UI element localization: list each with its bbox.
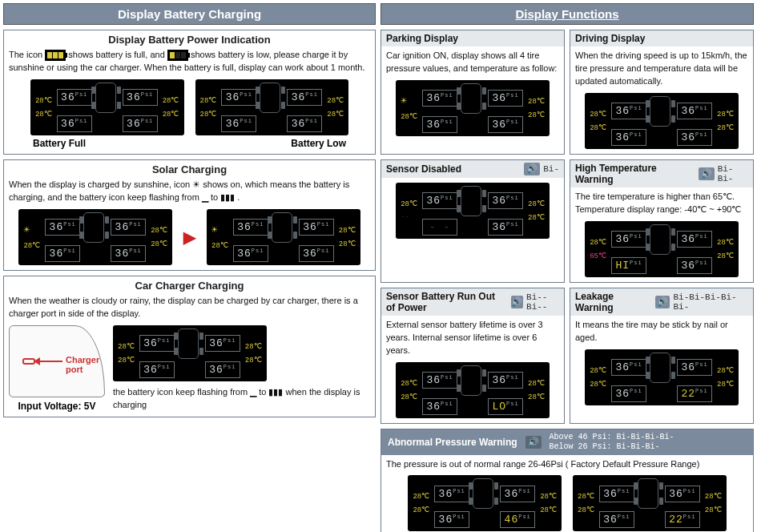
abnormal-panel: Abnormal Pressure Warning 🔊 Above 46 Psi… [381, 429, 754, 533]
lcd-battery-full: 28℃28℃ 36Psi 36Psi 36Psi 36Psi 28℃28℃ [30, 79, 184, 135]
left-header: Display Battery Charging [3, 3, 376, 25]
lcd-parking: ☀28℃ 36Psi36Psi 36Psi36Psi 28℃28℃ [396, 80, 550, 136]
lcd-charger: 28℃28℃ 36Psi 36Psi 36Psi 36Psi 28℃28℃ [113, 325, 267, 381]
sun-icon: ☀ [23, 224, 40, 236]
high-temp-desc: The tire temperature is higher than 65℃.… [575, 191, 748, 216]
charger-flash-note: the battery icon keep flashing from ▁ to… [113, 386, 370, 412]
parking-panel: Parking Display Car ignition ON, display… [381, 30, 565, 155]
sensor-batt-title: Sensor Battery Run Out of Power [386, 291, 506, 313]
lcd-sensor-disabled: 28℃-- 36Psi36Psi - -36Psi 28℃28℃ [396, 183, 550, 239]
lcd-driving: 28℃28℃ 36Psi36Psi 36Psi36Psi 28℃28℃ [585, 93, 739, 149]
driving-title: Driving Display [575, 33, 645, 44]
abnormal-sound: Above 46 Psi: Bi-Bi-Bi-Bi- Below 26 Psi:… [550, 433, 674, 452]
abnormal-title: Abnormal Pressure Warning [388, 437, 517, 448]
solar-panel: Solar Charging When the display is charg… [3, 159, 376, 271]
battery-low-icon [167, 50, 188, 61]
charger-port-label: Charger port [66, 355, 104, 374]
solar-desc: When the display is charged by sunshine,… [9, 179, 370, 204]
lcd-solar-2: ☀28℃ 36Psi 36Psi 36Psi 36Psi 28℃28℃ [207, 209, 360, 265]
charger-title: Car Charger Charging [9, 280, 370, 292]
sensor-batt-desc: External sensor battery lifetime is over… [386, 319, 559, 357]
lcd-leakage: 28℃28℃ 36Psi36Psi 36Psi22Psi 28℃28℃ [585, 349, 739, 405]
caption-low: Battery Low [291, 138, 346, 149]
abnormal-desc: The pressure is out of normal range 26-4… [386, 458, 748, 471]
arrow-right-icon: ▶ [183, 228, 195, 247]
caption-full: Battery Full [33, 138, 86, 149]
driving-desc: When the driving speed is up to 15km/h, … [575, 50, 748, 88]
leakage-panel: Leakage Warning 🔊Bi-Bi-Bi-Bi-Bi- It mean… [570, 288, 754, 424]
speaker-icon: 🔊 [511, 296, 524, 308]
battery-title: Display Battery Power Indication [9, 34, 370, 46]
lcd-battery-low: 28℃28℃ 36Psi 36Psi 36Psi 36Psi 28℃28℃ [195, 79, 349, 135]
sensor-disabled-panel: Sensor Disabled 🔊Bi- 28℃-- 36Psi36Psi - … [381, 159, 565, 283]
charger-panel: Car Charger Charging When the weather is… [3, 276, 376, 417]
speaker-icon: 🔊 [525, 436, 542, 449]
leakage-desc: It means the tire may be stick by nail o… [575, 319, 748, 345]
lcd-abnormal-high: 28℃28℃ 36Psi36Psi 36Psi46Psi 28℃28℃ [408, 475, 562, 531]
parking-title: Parking Display [386, 33, 458, 44]
sensor-batt-panel: Sensor Battery Run Out of Power 🔊Bi--Bi-… [381, 288, 565, 424]
high-temp-panel: High Temperature Warning 🔊Bi-Bi- The tir… [570, 159, 754, 283]
battery-panel: Display Battery Power Indication The ico… [3, 30, 376, 155]
right-header: Display Functions [381, 3, 754, 25]
driving-panel: Driving Display When the driving speed i… [570, 30, 754, 155]
lcd-solar-1: ☀28℃ 36Psi 36Psi 36Psi 36Psi 28℃28℃ [18, 209, 172, 265]
device-diagram: Charger port [9, 325, 105, 397]
solar-title: Solar Charging [9, 163, 370, 175]
leakage-title: Leakage Warning [575, 291, 650, 313]
lcd-sensor-batt: 28℃28℃ 36Psi36Psi 36PsiLOPsi 28℃28℃ [396, 362, 550, 418]
parking-desc: Car ignition ON, display shows all 4 tir… [386, 50, 559, 75]
speaker-icon: 🔊 [655, 296, 670, 308]
high-temp-title: High Temperature Warning [575, 163, 694, 185]
speaker-icon: 🔊 [524, 163, 540, 175]
sensor-disabled-title: Sensor Disabled [386, 163, 461, 175]
battery-desc: The icon shows battery is full, and show… [9, 49, 370, 75]
input-voltage: Input Voltage: 5V [9, 401, 105, 412]
lcd-high-temp: 28℃65℃ 36Psi36Psi HIPsi36Psi 28℃28℃ [585, 221, 739, 277]
battery-full-icon [45, 50, 66, 61]
lcd-abnormal-low: 28℃28℃ 36Psi36Psi 36Psi22Psi 28℃28℃ [573, 475, 727, 531]
speaker-icon: 🔊 [699, 167, 714, 180]
charger-desc: When the weather is cloudy or rainy, the… [9, 295, 370, 320]
